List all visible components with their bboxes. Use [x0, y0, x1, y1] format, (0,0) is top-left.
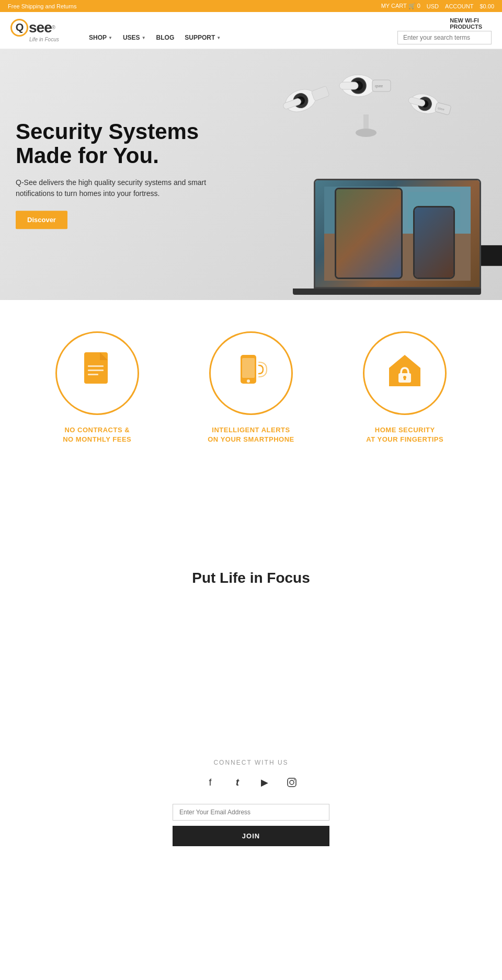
cameras-svg: qsee qsee — [261, 65, 471, 180]
bottom-spacer — [0, 867, 502, 980]
svg-point-35 — [247, 379, 250, 383]
q-letter: Q — [10, 19, 28, 37]
instagram-svg — [287, 777, 297, 788]
svg-rect-32 — [88, 374, 98, 375]
top-bar-right: MY CART 🛒 0 USD ACCOUNT $0.00 — [381, 3, 494, 9]
facebook-icon[interactable]: f — [202, 774, 219, 791]
free-shipping-label: Free Shipping and Returns — [8, 3, 76, 9]
logo[interactable]: Qsee® Life in Focus — [10, 19, 68, 42]
connect-label: CONNECT WITH US — [10, 759, 492, 766]
document-icon — [76, 350, 118, 397]
nav-shop[interactable]: SHOP ▼ — [84, 32, 118, 43]
svg-rect-39 — [404, 377, 406, 380]
nav-top-row: NEW WI-FIPRODUCTS — [84, 16, 492, 31]
twitter-icon[interactable]: t — [229, 774, 246, 791]
my-cart-link[interactable]: MY CART 🛒 0 — [381, 3, 420, 9]
hero-title: Security Systems Made for You. — [16, 120, 214, 168]
youtube-icon[interactable]: ▶ — [256, 774, 273, 791]
nav-bottom-row: SHOP ▼ USES ▼ BLOG SUPPORT ▼ — [84, 31, 492, 44]
account-link[interactable]: ACCOUNT — [445, 3, 473, 9]
svg-point-41 — [290, 780, 294, 785]
logo-tagline: Life in Focus — [29, 37, 59, 42]
cameras-image: qsee qsee — [261, 65, 471, 182]
laptop-base — [293, 289, 481, 295]
phone-screen — [415, 207, 453, 278]
smartphone-alert-icon — [227, 350, 275, 397]
tablet-device — [335, 188, 403, 279]
instagram-icon[interactable] — [283, 774, 300, 791]
hero-content: Security Systems Made for You. Q-See del… — [16, 120, 214, 229]
usd-label[interactable]: USD — [427, 3, 439, 9]
feature-circle-1 — [55, 331, 139, 415]
nav-support[interactable]: SUPPORT ▼ — [179, 32, 226, 43]
header: Qsee® Life in Focus NEW WI-FIPRODUCTS SH… — [0, 12, 502, 49]
phone-device — [413, 206, 455, 279]
shop-chevron-icon: ▼ — [108, 36, 112, 40]
svg-rect-31 — [88, 370, 104, 371]
svg-text:qsee: qsee — [375, 84, 383, 88]
search-input[interactable] — [397, 31, 492, 44]
spacer-2 — [0, 696, 502, 738]
feature-home-security: HOME SECURITY AT YOUR FINGERTIPS — [363, 331, 447, 444]
feature-circle-2 — [209, 331, 293, 415]
focus-section: Put Life in Focus — [0, 528, 502, 696]
cart-value: $0.00 — [480, 3, 494, 9]
social-icons: f t ▶ — [10, 774, 492, 791]
support-chevron-icon: ▼ — [216, 36, 221, 40]
feature-alerts: INTELLIGENT ALERTS ON YOUR SMARTPHONE — [208, 331, 294, 444]
footer-social: CONNECT WITH US f t ▶ JOIN — [0, 738, 502, 867]
features-section: NO CONTRACTS & NO MONTHLY FEES INTELLIGE… — [0, 300, 502, 476]
mid-spacer — [0, 476, 502, 528]
feature-label-2: INTELLIGENT ALERTS ON YOUR SMARTPHONE — [208, 425, 294, 444]
uses-chevron-icon: ▼ — [142, 36, 146, 40]
tablet-screen — [336, 189, 401, 278]
nav-blog[interactable]: BLOG — [151, 32, 180, 43]
main-nav: NEW WI-FIPRODUCTS SHOP ▼ USES ▼ BLOG SUP… — [84, 16, 492, 44]
top-bar: Free Shipping and Returns MY CART 🛒 0 US… — [0, 0, 502, 12]
feature-label-1: NO CONTRACTS & NO MONTHLY FEES — [63, 425, 131, 444]
join-button[interactable]: JOIN — [173, 826, 329, 846]
svg-point-20 — [356, 129, 376, 137]
devices-area: qsee — [303, 179, 486, 295]
hero-banner: Security Systems Made for You. Q-See del… — [0, 49, 502, 300]
logo-brand: Qsee® — [10, 19, 55, 37]
svg-rect-5 — [311, 86, 329, 101]
feature-label-3: HOME SECURITY AT YOUR FINGERTIPS — [366, 425, 443, 444]
feature-circle-3 — [363, 331, 447, 415]
focus-title: Put Life in Focus — [21, 570, 481, 586]
svg-rect-30 — [88, 365, 104, 367]
feature-no-contracts: NO CONTRACTS & NO MONTHLY FEES — [55, 331, 139, 444]
discover-button[interactable]: Discover — [16, 211, 67, 229]
svg-point-42 — [294, 779, 295, 780]
nav-new-wifi[interactable]: NEW WI-FIPRODUCTS — [446, 16, 486, 31]
email-input[interactable] — [173, 804, 329, 821]
svg-rect-34 — [242, 358, 255, 378]
hero-description: Q-See delivers the high quality security… — [16, 178, 214, 200]
home-lock-icon — [381, 350, 428, 397]
focus-content — [21, 602, 481, 654]
svg-rect-10 — [339, 82, 358, 89]
nav-uses[interactable]: USES ▼ — [118, 32, 151, 43]
